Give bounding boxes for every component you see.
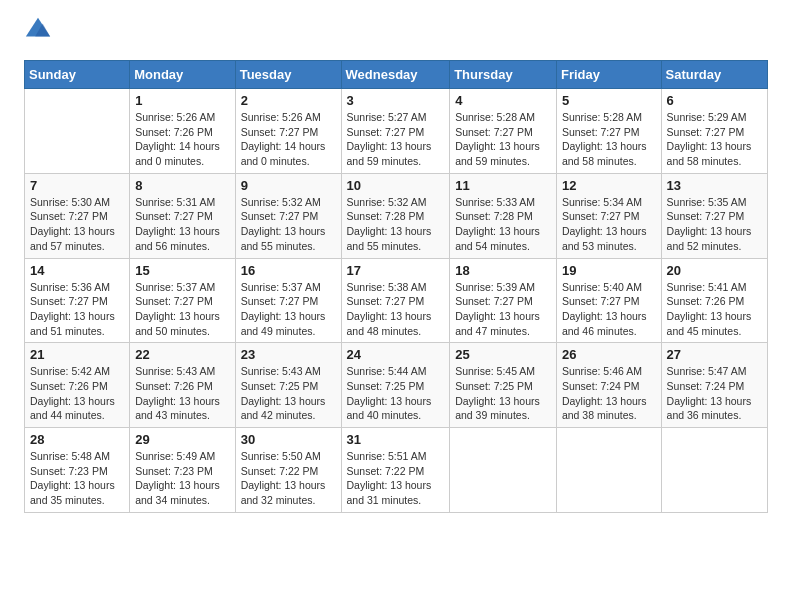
calendar-cell: 10Sunrise: 5:32 AMSunset: 7:28 PMDayligh…: [341, 173, 450, 258]
day-number: 5: [562, 93, 656, 108]
day-number: 13: [667, 178, 762, 193]
day-number: 19: [562, 263, 656, 278]
calendar-cell: 15Sunrise: 5:37 AMSunset: 7:27 PMDayligh…: [130, 258, 235, 343]
day-number: 25: [455, 347, 551, 362]
calendar-cell: 30Sunrise: 5:50 AMSunset: 7:22 PMDayligh…: [235, 428, 341, 513]
day-number: 9: [241, 178, 336, 193]
day-info: Sunrise: 5:37 AMSunset: 7:27 PMDaylight:…: [135, 280, 229, 339]
calendar-cell: 25Sunrise: 5:45 AMSunset: 7:25 PMDayligh…: [450, 343, 557, 428]
calendar-header-row: SundayMondayTuesdayWednesdayThursdayFrid…: [25, 61, 768, 89]
day-info: Sunrise: 5:27 AMSunset: 7:27 PMDaylight:…: [347, 110, 445, 169]
day-info: Sunrise: 5:32 AMSunset: 7:28 PMDaylight:…: [347, 195, 445, 254]
calendar-cell: 20Sunrise: 5:41 AMSunset: 7:26 PMDayligh…: [661, 258, 767, 343]
day-number: 7: [30, 178, 124, 193]
calendar-cell: 14Sunrise: 5:36 AMSunset: 7:27 PMDayligh…: [25, 258, 130, 343]
day-info: Sunrise: 5:30 AMSunset: 7:27 PMDaylight:…: [30, 195, 124, 254]
day-number: 18: [455, 263, 551, 278]
calendar-cell: [450, 428, 557, 513]
calendar-cell: 18Sunrise: 5:39 AMSunset: 7:27 PMDayligh…: [450, 258, 557, 343]
calendar-cell: 5Sunrise: 5:28 AMSunset: 7:27 PMDaylight…: [556, 89, 661, 174]
day-number: 20: [667, 263, 762, 278]
calendar-cell: 7Sunrise: 5:30 AMSunset: 7:27 PMDaylight…: [25, 173, 130, 258]
day-number: 2: [241, 93, 336, 108]
day-number: 17: [347, 263, 445, 278]
calendar-cell: 26Sunrise: 5:46 AMSunset: 7:24 PMDayligh…: [556, 343, 661, 428]
day-number: 21: [30, 347, 124, 362]
calendar-cell: 4Sunrise: 5:28 AMSunset: 7:27 PMDaylight…: [450, 89, 557, 174]
calendar-cell: 2Sunrise: 5:26 AMSunset: 7:27 PMDaylight…: [235, 89, 341, 174]
calendar-cell: 16Sunrise: 5:37 AMSunset: 7:27 PMDayligh…: [235, 258, 341, 343]
day-info: Sunrise: 5:51 AMSunset: 7:22 PMDaylight:…: [347, 449, 445, 508]
day-number: 12: [562, 178, 656, 193]
day-info: Sunrise: 5:41 AMSunset: 7:26 PMDaylight:…: [667, 280, 762, 339]
day-info: Sunrise: 5:28 AMSunset: 7:27 PMDaylight:…: [455, 110, 551, 169]
day-info: Sunrise: 5:26 AMSunset: 7:27 PMDaylight:…: [241, 110, 336, 169]
day-number: 27: [667, 347, 762, 362]
calendar-cell: 6Sunrise: 5:29 AMSunset: 7:27 PMDaylight…: [661, 89, 767, 174]
day-number: 26: [562, 347, 656, 362]
day-number: 4: [455, 93, 551, 108]
day-number: 29: [135, 432, 229, 447]
calendar-cell: [556, 428, 661, 513]
day-info: Sunrise: 5:43 AMSunset: 7:26 PMDaylight:…: [135, 364, 229, 423]
calendar-cell: 8Sunrise: 5:31 AMSunset: 7:27 PMDaylight…: [130, 173, 235, 258]
day-number: 8: [135, 178, 229, 193]
day-info: Sunrise: 5:47 AMSunset: 7:24 PMDaylight:…: [667, 364, 762, 423]
day-info: Sunrise: 5:33 AMSunset: 7:28 PMDaylight:…: [455, 195, 551, 254]
logo: [24, 20, 56, 48]
day-info: Sunrise: 5:40 AMSunset: 7:27 PMDaylight:…: [562, 280, 656, 339]
calendar-cell: 17Sunrise: 5:38 AMSunset: 7:27 PMDayligh…: [341, 258, 450, 343]
calendar-cell: 1Sunrise: 5:26 AMSunset: 7:26 PMDaylight…: [130, 89, 235, 174]
calendar-cell: 19Sunrise: 5:40 AMSunset: 7:27 PMDayligh…: [556, 258, 661, 343]
calendar-cell: 11Sunrise: 5:33 AMSunset: 7:28 PMDayligh…: [450, 173, 557, 258]
day-info: Sunrise: 5:45 AMSunset: 7:25 PMDaylight:…: [455, 364, 551, 423]
calendar-body: 1Sunrise: 5:26 AMSunset: 7:26 PMDaylight…: [25, 89, 768, 513]
calendar-cell: 3Sunrise: 5:27 AMSunset: 7:27 PMDaylight…: [341, 89, 450, 174]
calendar-week-3: 14Sunrise: 5:36 AMSunset: 7:27 PMDayligh…: [25, 258, 768, 343]
day-number: 22: [135, 347, 229, 362]
calendar-header-thursday: Thursday: [450, 61, 557, 89]
header: [24, 20, 768, 48]
calendar-header-monday: Monday: [130, 61, 235, 89]
day-number: 11: [455, 178, 551, 193]
calendar-table: SundayMondayTuesdayWednesdayThursdayFrid…: [24, 60, 768, 513]
day-number: 23: [241, 347, 336, 362]
calendar-week-1: 1Sunrise: 5:26 AMSunset: 7:26 PMDaylight…: [25, 89, 768, 174]
calendar-week-4: 21Sunrise: 5:42 AMSunset: 7:26 PMDayligh…: [25, 343, 768, 428]
day-number: 1: [135, 93, 229, 108]
calendar-header-tuesday: Tuesday: [235, 61, 341, 89]
day-info: Sunrise: 5:44 AMSunset: 7:25 PMDaylight:…: [347, 364, 445, 423]
calendar-cell: 12Sunrise: 5:34 AMSunset: 7:27 PMDayligh…: [556, 173, 661, 258]
day-info: Sunrise: 5:36 AMSunset: 7:27 PMDaylight:…: [30, 280, 124, 339]
calendar-cell: [25, 89, 130, 174]
day-info: Sunrise: 5:49 AMSunset: 7:23 PMDaylight:…: [135, 449, 229, 508]
day-number: 28: [30, 432, 124, 447]
day-info: Sunrise: 5:29 AMSunset: 7:27 PMDaylight:…: [667, 110, 762, 169]
calendar-cell: 9Sunrise: 5:32 AMSunset: 7:27 PMDaylight…: [235, 173, 341, 258]
day-number: 10: [347, 178, 445, 193]
day-info: Sunrise: 5:46 AMSunset: 7:24 PMDaylight:…: [562, 364, 656, 423]
calendar-week-5: 28Sunrise: 5:48 AMSunset: 7:23 PMDayligh…: [25, 428, 768, 513]
day-info: Sunrise: 5:43 AMSunset: 7:25 PMDaylight:…: [241, 364, 336, 423]
day-number: 3: [347, 93, 445, 108]
day-info: Sunrise: 5:48 AMSunset: 7:23 PMDaylight:…: [30, 449, 124, 508]
calendar-cell: 27Sunrise: 5:47 AMSunset: 7:24 PMDayligh…: [661, 343, 767, 428]
day-number: 6: [667, 93, 762, 108]
day-number: 24: [347, 347, 445, 362]
logo-icon: [24, 16, 52, 44]
day-info: Sunrise: 5:37 AMSunset: 7:27 PMDaylight:…: [241, 280, 336, 339]
calendar-week-2: 7Sunrise: 5:30 AMSunset: 7:27 PMDaylight…: [25, 173, 768, 258]
day-info: Sunrise: 5:42 AMSunset: 7:26 PMDaylight:…: [30, 364, 124, 423]
day-info: Sunrise: 5:32 AMSunset: 7:27 PMDaylight:…: [241, 195, 336, 254]
calendar-cell: 23Sunrise: 5:43 AMSunset: 7:25 PMDayligh…: [235, 343, 341, 428]
day-number: 15: [135, 263, 229, 278]
calendar-cell: 29Sunrise: 5:49 AMSunset: 7:23 PMDayligh…: [130, 428, 235, 513]
day-number: 14: [30, 263, 124, 278]
day-info: Sunrise: 5:28 AMSunset: 7:27 PMDaylight:…: [562, 110, 656, 169]
calendar-cell: 22Sunrise: 5:43 AMSunset: 7:26 PMDayligh…: [130, 343, 235, 428]
calendar-cell: 21Sunrise: 5:42 AMSunset: 7:26 PMDayligh…: [25, 343, 130, 428]
calendar-header-friday: Friday: [556, 61, 661, 89]
calendar-header-sunday: Sunday: [25, 61, 130, 89]
day-info: Sunrise: 5:31 AMSunset: 7:27 PMDaylight:…: [135, 195, 229, 254]
day-info: Sunrise: 5:38 AMSunset: 7:27 PMDaylight:…: [347, 280, 445, 339]
